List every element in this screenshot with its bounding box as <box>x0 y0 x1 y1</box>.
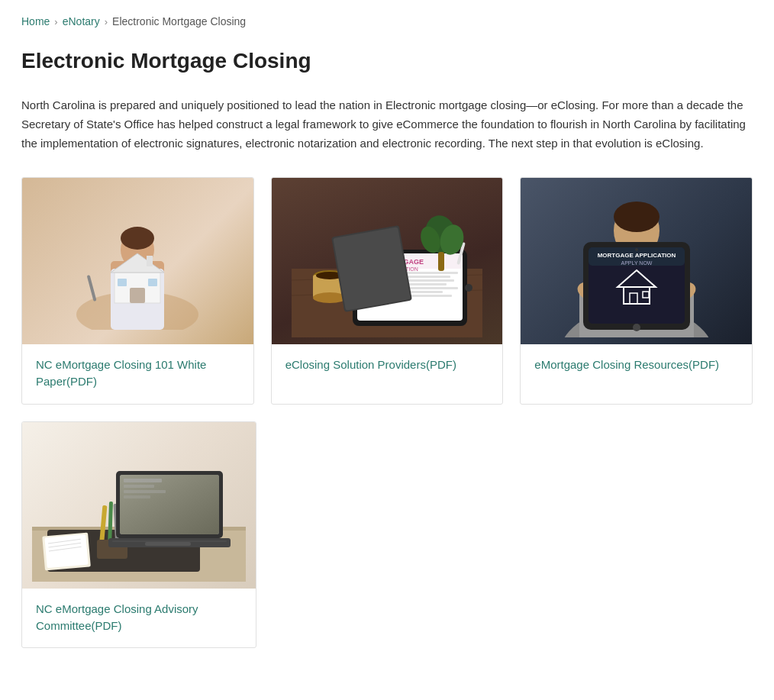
card-4[interactable]: NC eMortgage Closing Advisory Committee(… <box>21 421 256 649</box>
svg-rect-35 <box>405 279 454 282</box>
card-1-link-area[interactable]: NC eMortgage Closing 101 White Paper(PDF… <box>22 344 253 404</box>
svg-rect-79 <box>120 475 219 534</box>
svg-rect-10 <box>147 256 153 266</box>
svg-rect-8 <box>118 279 127 286</box>
card-2-illustration: MORTGAGE APPLICATION <box>292 185 482 337</box>
breadcrumb-separator-2: › <box>105 16 108 27</box>
svg-point-40 <box>465 284 472 292</box>
cards-row-1: NC eMortgage Closing 101 White Paper(PDF… <box>21 177 753 405</box>
card-3-link-area[interactable]: eMortgage Closing Resources(PDF) <box>521 344 752 404</box>
svg-rect-43 <box>333 227 410 311</box>
breadcrumb-separator-1: › <box>54 16 57 27</box>
body-text: North Carolina is prepared and uniquely … <box>21 96 753 153</box>
card-3-image: MORTGAGE APPLICATION APPLY NOW <box>521 178 752 344</box>
svg-rect-39 <box>405 295 452 297</box>
svg-rect-82 <box>124 490 166 493</box>
card-3[interactable]: MORTGAGE APPLICATION APPLY NOW <box>520 177 753 405</box>
svg-point-64 <box>635 248 638 251</box>
card-3-link[interactable]: eMortgage Closing Resources(PDF) <box>534 358 719 371</box>
breadcrumb-current: Electronic Mortgage Closing <box>112 15 246 27</box>
breadcrumb-enotary-link[interactable]: eNotary <box>63 15 100 27</box>
svg-rect-7 <box>130 288 145 303</box>
card-3-illustration: MORTGAGE APPLICATION APPLY NOW <box>541 185 732 337</box>
svg-rect-33 <box>405 272 458 274</box>
svg-rect-34 <box>405 276 450 278</box>
svg-rect-36 <box>405 283 447 285</box>
svg-rect-83 <box>124 495 150 498</box>
breadcrumb-home-link[interactable]: Home <box>21 15 50 27</box>
svg-rect-81 <box>124 485 154 488</box>
card-2-link[interactable]: eClosing Solution Providers(PDF) <box>285 358 456 371</box>
card-2-link-area[interactable]: eClosing Solution Providers(PDF) <box>272 344 503 404</box>
card-4-image <box>22 422 256 589</box>
svg-text:MORTGAGE APPLICATION: MORTGAGE APPLICATION <box>597 252 676 259</box>
svg-rect-9 <box>148 279 157 286</box>
svg-rect-47 <box>438 252 444 271</box>
svg-rect-86 <box>112 540 227 542</box>
card-4-link-area[interactable]: NC eMortgage Closing Advisory Committee(… <box>22 589 256 648</box>
card-1-link[interactable]: NC eMortgage Closing 101 White Paper(PDF… <box>36 358 206 388</box>
svg-point-4 <box>121 227 154 250</box>
card-4-link[interactable]: NC eMortgage Closing Advisory Committee(… <box>36 602 198 632</box>
svg-rect-11 <box>87 275 97 302</box>
breadcrumb: Home › eNotary › Electronic Mortgage Clo… <box>21 15 753 27</box>
svg-text:APPLY NOW: APPLY NOW <box>621 260 652 266</box>
card-1-illustration <box>69 192 206 330</box>
cards-row-2: NC eMortgage Closing Advisory Committee(… <box>21 421 753 649</box>
card-2[interactable]: MORTGAGE APPLICATION <box>271 177 504 405</box>
svg-point-63 <box>633 324 640 331</box>
card-4-illustration <box>32 429 246 582</box>
card-1[interactable]: NC eMortgage Closing 101 White Paper(PDF… <box>21 177 254 405</box>
card-2-image: MORTGAGE APPLICATION <box>272 178 503 344</box>
svg-rect-37 <box>405 287 458 289</box>
svg-rect-85 <box>145 542 191 546</box>
svg-rect-80 <box>124 479 162 482</box>
card-1-image <box>22 178 253 344</box>
svg-point-53 <box>614 202 660 232</box>
page-title: Electronic Mortgage Closing <box>21 49 753 73</box>
